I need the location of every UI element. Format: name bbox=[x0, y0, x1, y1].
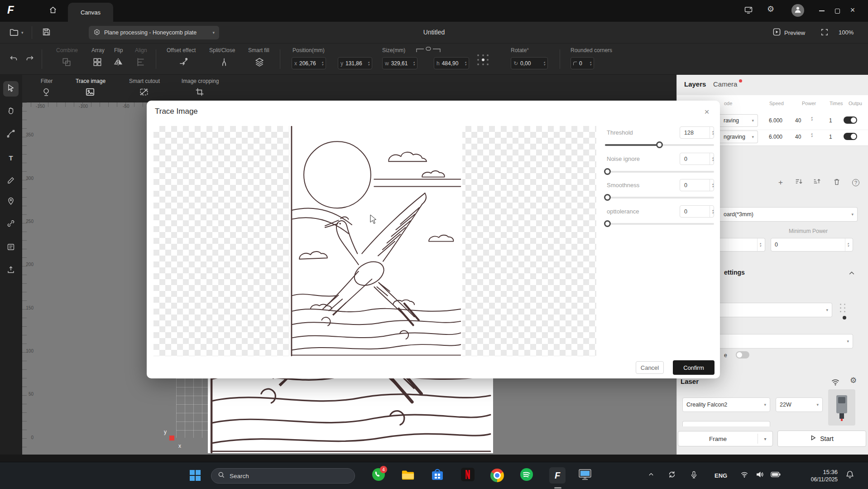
stepper-icon[interactable]: ▴▾ bbox=[413, 61, 415, 66]
undo-button[interactable] bbox=[9, 54, 18, 65]
laser-settings-button[interactable]: ⚙ bbox=[850, 376, 857, 385]
layer-speed-value[interactable]: 6.000 bbox=[769, 117, 782, 124]
trace-image-button[interactable] bbox=[85, 87, 95, 99]
stepper-icon[interactable]: ▴▾ bbox=[710, 153, 714, 165]
material-library-tool[interactable] bbox=[3, 240, 19, 256]
search-box[interactable]: Search bbox=[211, 468, 355, 484]
layer-speed-value[interactable]: 6.000 bbox=[769, 134, 782, 140]
dialog-close-button[interactable]: × bbox=[701, 106, 713, 118]
taskbar-app-spotify[interactable] bbox=[518, 467, 535, 484]
opttolerance-slider[interactable] bbox=[605, 223, 714, 225]
power-input[interactable]: ▴▾ bbox=[720, 238, 765, 252]
pen-tool[interactable] bbox=[3, 127, 19, 142]
laser-power-dropdown[interactable]: 22W ▾ bbox=[776, 397, 823, 412]
layer-times-value[interactable]: 1 bbox=[829, 134, 832, 140]
frame-dropdown-button[interactable]: ▾ bbox=[758, 436, 772, 441]
sort-up-button[interactable] bbox=[812, 178, 821, 187]
tab-camera[interactable]: Camera bbox=[713, 80, 737, 88]
select-tool[interactable] bbox=[3, 81, 19, 97]
minimum-power-input[interactable]: 0 ▴▾ bbox=[771, 238, 853, 252]
canvas-image-object[interactable] bbox=[208, 378, 493, 453]
layer-output-toggle[interactable] bbox=[844, 116, 857, 124]
stepper-icon[interactable]: ▴▾ bbox=[321, 61, 323, 66]
array-button[interactable] bbox=[92, 57, 102, 69]
taskbar-app-explorer[interactable] bbox=[400, 467, 416, 484]
slider-knob[interactable] bbox=[656, 141, 663, 148]
processing-preset-dropdown[interactable]: Plane processing - Honeycomb plate ▾ bbox=[89, 26, 219, 39]
home-button[interactable] bbox=[47, 5, 59, 17]
smoothness-slider[interactable] bbox=[605, 197, 714, 199]
frame-button[interactable]: Frame bbox=[678, 436, 758, 442]
link-tool[interactable] bbox=[3, 217, 19, 232]
layer-power-value[interactable]: 40 bbox=[795, 134, 801, 140]
stepper-icon[interactable]: ▴▾ bbox=[757, 238, 761, 251]
option-toggle[interactable] bbox=[736, 351, 749, 358]
avatar[interactable] bbox=[791, 4, 804, 17]
taskbar-app-capture[interactable] bbox=[577, 467, 593, 484]
split-close-button[interactable] bbox=[219, 57, 229, 69]
lock-ratio-toggle[interactable] bbox=[415, 45, 442, 56]
tab-canvas[interactable]: Canvas bbox=[68, 3, 113, 22]
settings-button[interactable]: ⚙ bbox=[767, 4, 774, 14]
settings-dropdown[interactable]: ▾ bbox=[720, 334, 853, 349]
preview-button[interactable]: Preview bbox=[772, 28, 805, 38]
add-layer-button[interactable]: + bbox=[776, 178, 785, 187]
start-button[interactable]: Start bbox=[777, 431, 866, 447]
tab-smart-cutout[interactable]: Smart cutout bbox=[121, 78, 168, 84]
image-cropping-button[interactable] bbox=[195, 87, 205, 99]
taskbar-app-whatsapp[interactable]: 4 bbox=[370, 467, 387, 484]
tray-sync-icon[interactable] bbox=[666, 467, 678, 484]
tray-clock[interactable]: 15:36 06/11/2025 bbox=[791, 469, 838, 483]
taskbar-app-falcon[interactable]: F bbox=[549, 467, 566, 484]
tray-show-hidden-icons[interactable] bbox=[645, 467, 657, 484]
flip-button[interactable] bbox=[113, 57, 123, 69]
anchor-point-selector[interactable] bbox=[477, 54, 489, 65]
stepper-icon[interactable]: ▴▾ bbox=[710, 179, 714, 191]
layer-mode-dropdown[interactable]: ngraving ▾ bbox=[720, 131, 758, 143]
fit-screen-button[interactable] bbox=[820, 28, 829, 38]
smart-cutout-button[interactable] bbox=[139, 87, 149, 99]
maximize-button[interactable] bbox=[831, 5, 843, 17]
slider-knob[interactable] bbox=[604, 168, 611, 175]
close-button[interactable]: × bbox=[847, 4, 858, 16]
smoothness-input[interactable]: 0 ▴▾ bbox=[680, 179, 714, 191]
layer-times-value[interactable]: 1 bbox=[829, 117, 832, 124]
start-menu-button[interactable] bbox=[187, 467, 203, 484]
threshold-input[interactable]: 128 ▴▾ bbox=[680, 126, 714, 139]
rotate-input[interactable]: ↻ 0,00 ▴▾ bbox=[511, 57, 548, 69]
size-h-input[interactable]: h 484,90 ▴▾ bbox=[434, 57, 469, 69]
smart-fill-button[interactable] bbox=[254, 57, 264, 69]
stepper-icon[interactable]: ▴▾ bbox=[465, 61, 466, 66]
settings-dropdown[interactable]: ▾ bbox=[720, 303, 832, 317]
slider-knob[interactable] bbox=[604, 220, 611, 227]
layer-output-toggle[interactable] bbox=[844, 133, 857, 140]
opttolerance-input[interactable]: 0 ▴▾ bbox=[680, 205, 714, 218]
stepper-icon[interactable]: ▴▾ bbox=[590, 61, 591, 66]
zoom-level[interactable]: 100% bbox=[839, 29, 854, 36]
layer-power-value[interactable]: 40 bbox=[795, 117, 801, 124]
position-y-input[interactable]: y 131,86 ▴▾ bbox=[338, 57, 372, 69]
offset-effect-button[interactable] bbox=[178, 57, 188, 69]
slider-knob[interactable] bbox=[604, 194, 611, 201]
tray-volume-icon[interactable] bbox=[753, 467, 766, 484]
tab-filter[interactable]: Filter bbox=[33, 78, 60, 84]
open-file-button[interactable] bbox=[9, 27, 19, 39]
layer-mode-dropdown[interactable]: raving ▾ bbox=[720, 114, 758, 127]
draw-tool[interactable] bbox=[3, 172, 19, 188]
tray-battery-icon[interactable] bbox=[769, 467, 782, 484]
tray-language[interactable]: ENG bbox=[715, 472, 727, 479]
cancel-button[interactable]: Cancel bbox=[636, 361, 664, 374]
size-w-input[interactable]: w 329,61 ▴▾ bbox=[382, 57, 417, 69]
taskbar-app-netflix[interactable] bbox=[460, 467, 476, 484]
open-file-dropdown[interactable]: ▾ bbox=[21, 30, 24, 35]
tab-image-cropping[interactable]: Image cropping bbox=[173, 78, 227, 84]
tray-mic-icon[interactable] bbox=[687, 467, 700, 484]
filter-button[interactable] bbox=[41, 87, 51, 99]
tray-notifications[interactable] bbox=[843, 467, 857, 484]
import-export-tool[interactable] bbox=[3, 263, 19, 278]
threshold-slider[interactable] bbox=[605, 144, 714, 146]
tab-layers[interactable]: Layers bbox=[684, 80, 706, 88]
stepper-icon[interactable]: ▴▾ bbox=[543, 61, 545, 66]
device-dropdown[interactable]: Creality Falcon2 ▾ bbox=[682, 397, 770, 412]
text-tool[interactable]: T bbox=[3, 150, 19, 165]
